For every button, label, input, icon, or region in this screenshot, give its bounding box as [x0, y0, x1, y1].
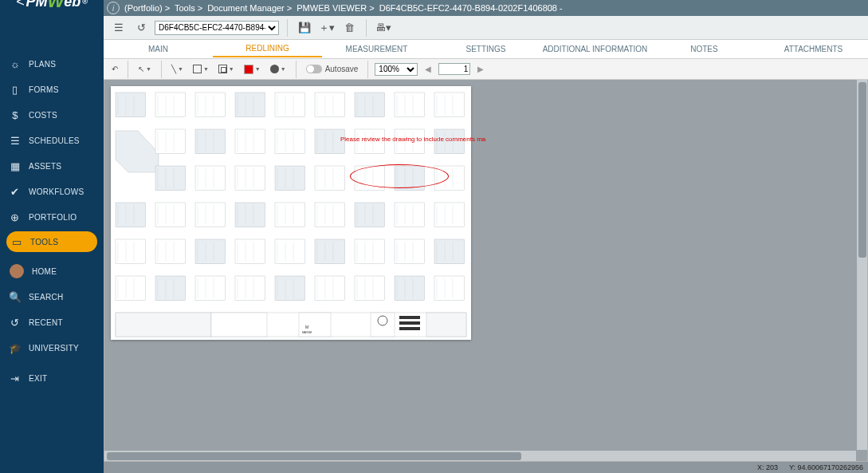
- tab-measurement[interactable]: MEASUREMENT: [322, 41, 431, 57]
- sidebar-item-recent[interactable]: ↺RECENT: [0, 309, 104, 335]
- pointer-tool[interactable]: ↖▼: [135, 65, 155, 73]
- svg-rect-129: [395, 203, 424, 227]
- document-select[interactable]: D6F4CB5C-EFC2-4470-B894-0202F1: [155, 21, 279, 35]
- recent-icon: ↺: [10, 317, 21, 329]
- svg-rect-105: [155, 203, 185, 227]
- toolbox-icon: ▭: [11, 236, 22, 248]
- svg-rect-29: [395, 93, 424, 117]
- page-input[interactable]: [438, 63, 470, 75]
- sidebar-item-schedules[interactable]: ☰SCHEDULES: [0, 128, 104, 153]
- svg-rect-85: [315, 166, 344, 191]
- svg-rect-201: [395, 276, 424, 301]
- vertical-scrollbar[interactable]: [856, 80, 867, 450]
- svg-rect-9: [195, 93, 225, 117]
- list-icon-button[interactable]: ☰: [110, 19, 128, 37]
- svg-rect-25: [355, 93, 384, 117]
- sidebar-item-forms[interactable]: ▯FORMS: [0, 77, 104, 102]
- tab-settings[interactable]: SETTINGS: [431, 41, 540, 57]
- drawing-viewer[interactable]: M MARSIM Please review the drawing to in…: [104, 80, 868, 462]
- svg-rect-141: [155, 239, 185, 264]
- sidebar-item-plans[interactable]: ☼PLANS: [0, 51, 104, 77]
- svg-rect-69: [155, 166, 185, 191]
- svg-rect-101: [116, 203, 145, 227]
- svg-rect-17: [275, 93, 304, 117]
- exit-icon: ⇥: [10, 372, 21, 384]
- svg-rect-173: [116, 276, 145, 301]
- search-icon: 🔍: [10, 291, 21, 303]
- sidebar-item-tools[interactable]: ▭TOOLS: [6, 231, 97, 252]
- sidebar-item-portfolio[interactable]: ⊕PORTFOLIO: [0, 204, 104, 230]
- svg-rect-37: [155, 129, 185, 154]
- svg-rect-145: [195, 239, 225, 264]
- tab-additional-information[interactable]: ADDITIONAL INFORMATION: [540, 41, 650, 57]
- avatar-icon: [10, 264, 24, 278]
- shape-tool[interactable]: ▼: [215, 65, 238, 73]
- svg-rect-211: [211, 313, 267, 337]
- sidebar-item-workflows[interactable]: ✔WORKFLOWS: [0, 179, 104, 204]
- line-tool[interactable]: ╲▼: [168, 65, 187, 73]
- svg-rect-133: [434, 203, 464, 227]
- svg-rect-165: [395, 239, 424, 264]
- svg-rect-149: [235, 239, 265, 264]
- svg-text:M: M: [305, 325, 308, 329]
- save-button[interactable]: 💾: [296, 19, 313, 37]
- sidebar-item-home[interactable]: HOME: [0, 258, 104, 284]
- building-icon: ▦: [10, 160, 21, 172]
- print-button[interactable]: 🖶▾: [375, 19, 392, 37]
- dollar-icon: $: [10, 109, 21, 121]
- svg-rect-219: [399, 327, 420, 330]
- grad-cap-icon: 🎓: [10, 342, 21, 354]
- svg-rect-33: [434, 93, 464, 117]
- fill-picker[interactable]: ▼: [267, 65, 289, 73]
- viewer-tabs: MAIN REDLINING MEASUREMENT SETTINGS ADDI…: [104, 40, 868, 59]
- tab-main[interactable]: MAIN: [104, 41, 213, 57]
- svg-rect-41: [195, 129, 225, 154]
- add-button[interactable]: ＋▾: [318, 19, 336, 37]
- check-icon: ✔: [10, 186, 21, 198]
- undo-button[interactable]: ↶: [108, 65, 121, 73]
- svg-rect-161: [355, 239, 384, 264]
- svg-rect-21: [315, 93, 344, 117]
- color-picker[interactable]: ▼: [241, 65, 264, 74]
- sidebar-item-assets[interactable]: ▦ASSETS: [0, 153, 104, 179]
- coord-x: X: 203: [757, 463, 778, 471]
- svg-rect-153: [275, 239, 304, 264]
- sidebar-item-exit[interactable]: ⇥EXIT: [0, 365, 104, 391]
- status-bar: X: 203 Y: 94.60067170262956: [104, 462, 868, 473]
- sidebar-item-search[interactable]: 🔍SEARCH: [0, 284, 104, 309]
- rect-tool[interactable]: ▼: [190, 65, 212, 73]
- autosave-toggle[interactable]: Autosave: [303, 65, 362, 73]
- tab-notes[interactable]: NOTES: [650, 41, 759, 57]
- breadcrumb: (Portfolio)> Tools> Document Manager> PM…: [124, 3, 563, 13]
- app-logo: <PMWeb®: [0, 0, 104, 19]
- tab-attachments[interactable]: ATTACHMENTS: [759, 41, 868, 57]
- delete-button[interactable]: 🗑: [340, 19, 358, 37]
- sidebar-item-university[interactable]: 🎓UNIVERSITY: [0, 335, 104, 361]
- globe-icon: ⊕: [10, 211, 21, 223]
- svg-rect-181: [195, 276, 225, 301]
- svg-rect-13: [235, 93, 265, 117]
- prev-page-button[interactable]: ◀: [421, 65, 435, 73]
- markup-oval: [350, 164, 449, 188]
- sidebar-item-costs[interactable]: $COSTS: [0, 102, 104, 128]
- viewer-wrap: M MARSIM Please review the drawing to in…: [104, 80, 868, 473]
- list-icon: ☰: [10, 135, 21, 147]
- sidebar: ☼PLANS ▯FORMS $COSTS ☰SCHEDULES ▦ASSETS …: [0, 16, 104, 473]
- markup-text: Please review the drawing to include com…: [340, 136, 485, 143]
- info-icon[interactable]: i: [107, 2, 120, 14]
- zoom-select[interactable]: 100%: [375, 63, 418, 76]
- tab-redlining[interactable]: REDLINING: [213, 41, 322, 57]
- svg-rect-177: [155, 276, 185, 301]
- svg-rect-1: [116, 93, 145, 117]
- page-icon: ▯: [10, 84, 21, 96]
- main-area: ☰ ↺ D6F4CB5C-EFC2-4470-B894-0202F1 💾 ＋▾ …: [104, 16, 868, 473]
- svg-rect-121: [315, 203, 344, 227]
- next-page-button[interactable]: ▶: [473, 65, 488, 73]
- history-button[interactable]: ↺: [132, 19, 150, 37]
- svg-rect-77: [235, 166, 265, 191]
- bulb-icon: ☼: [10, 58, 21, 70]
- drawing-svg: M MARSIM: [111, 86, 471, 340]
- horizontal-scrollbar[interactable]: [104, 450, 856, 461]
- svg-rect-218: [399, 321, 420, 325]
- svg-rect-205: [434, 276, 464, 301]
